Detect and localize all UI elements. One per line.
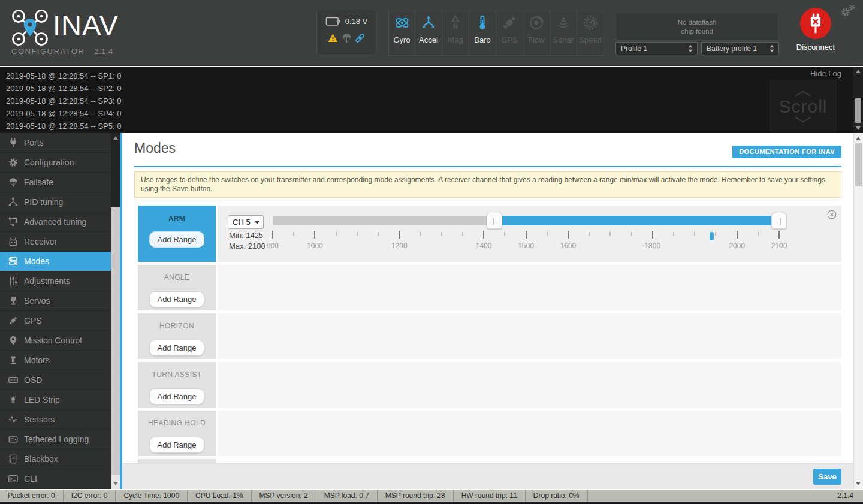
sidebar-item-led-strip[interactable]: LED Strip bbox=[0, 390, 120, 410]
plug-icon bbox=[8, 138, 18, 147]
sidebar-item-mission-control[interactable]: Mission Control bbox=[0, 331, 120, 351]
log-panel: 2019-05-18 @ 12:28:54 -- SP1: 0 2019-05-… bbox=[0, 67, 853, 133]
pid-nodes-icon bbox=[8, 197, 18, 207]
battery-icon bbox=[325, 17, 341, 26]
mode-name: ANGLE bbox=[138, 273, 216, 282]
status-version: 2.1.4 bbox=[837, 490, 853, 502]
usb-disconnect-icon bbox=[800, 8, 831, 39]
baro-icon bbox=[475, 10, 490, 35]
sidebar-item-advanced-tuning[interactable]: Advanced tuning bbox=[0, 212, 120, 232]
map-pin-icon bbox=[8, 336, 18, 345]
scroll-up-arrow[interactable] bbox=[113, 136, 118, 140]
updown-arrows-icon bbox=[687, 44, 693, 53]
status-hw-round-trip: HW round trip: 11 bbox=[454, 490, 526, 502]
toggles-icon bbox=[8, 256, 18, 266]
documentation-button[interactable]: DOCUMENTATION FOR INAV bbox=[732, 146, 841, 158]
sensor-sonar: Sonar bbox=[550, 10, 577, 56]
channel-select[interactable]: CH 5 bbox=[228, 215, 264, 229]
inav-configurator-window: INAV CONFIGURATOR2.1.4 0.18 V Gyro Accel bbox=[0, 0, 863, 504]
range-min-handle[interactable] bbox=[487, 213, 502, 229]
save-bar: Save bbox=[122, 463, 853, 489]
battery-status-panel: 0.18 V bbox=[316, 10, 376, 55]
content-scrollbar-thumb[interactable] bbox=[855, 143, 862, 186]
title-underline bbox=[134, 166, 841, 167]
sidebar-item-cli[interactable]: CLI bbox=[0, 469, 120, 489]
page-title: Modes bbox=[134, 140, 176, 156]
sidebar-item-tethered-logging[interactable]: Tethered Logging bbox=[0, 430, 120, 449]
scroll-up-arrow[interactable] bbox=[856, 137, 861, 140]
sidebar-item-modes[interactable]: Modes bbox=[0, 252, 120, 271]
sidebar-scrollbar-thumb[interactable] bbox=[111, 207, 120, 475]
sensor-flow: Flow bbox=[523, 10, 550, 56]
scroll-down-arrow[interactable] bbox=[113, 482, 118, 485]
battery-profile-select[interactable]: Battery profile 1 bbox=[701, 42, 779, 55]
settings-gears-icon[interactable] bbox=[839, 4, 857, 19]
profile-select[interactable]: Profile 1 bbox=[615, 42, 698, 55]
sidebar-item-failsafe[interactable]: Failsafe bbox=[0, 173, 120, 192]
sidebar-item-gps[interactable]: GPS bbox=[0, 311, 120, 331]
add-range-button[interactable]: Add Range bbox=[149, 388, 204, 405]
log-scrollbar-thumb[interactable] bbox=[855, 98, 861, 123]
gyro-icon bbox=[394, 10, 410, 35]
modes-tab-content: Modes DOCUMENTATION FOR INAV Use ranges … bbox=[120, 133, 853, 489]
add-range-button[interactable]: Add Range bbox=[149, 437, 204, 453]
sensor-speed: Speed bbox=[577, 10, 604, 56]
sidebar-scrollbar[interactable] bbox=[111, 133, 120, 489]
mode-row-partial bbox=[138, 459, 216, 463]
save-button[interactable]: Save bbox=[813, 469, 841, 485]
log-line: 2019-05-18 @ 12:28:54 -- SP4: 0 bbox=[6, 107, 853, 120]
sidebar-item-blackbox[interactable]: Blackbox bbox=[0, 449, 120, 469]
sidebar-item-configuration[interactable]: Configuration bbox=[0, 153, 120, 173]
status-msp-round-trip: MSP round trip: 28 bbox=[378, 490, 454, 502]
battery-voltage: 0.18 V bbox=[345, 17, 368, 26]
updown-arrows-icon bbox=[769, 44, 775, 53]
log-line: 2019-05-18 @ 12:28:54 -- SP1: 0 bbox=[6, 70, 853, 82]
scroll-down-arrow[interactable] bbox=[856, 126, 861, 130]
header: INAV CONFIGURATOR2.1.4 0.18 V Gyro Accel bbox=[0, 0, 863, 66]
sidebar-item-receiver[interactable]: Receiver bbox=[0, 232, 120, 252]
content-scrollbar[interactable] bbox=[853, 133, 863, 489]
range-max-label: Max: 2100 bbox=[229, 242, 265, 251]
slider-ticks bbox=[273, 231, 779, 240]
slider-tick-labels: 90010001200140015001600180020002100 bbox=[273, 242, 779, 251]
mode-row-heading-hold: HEADING HOLD Add Range bbox=[138, 411, 841, 456]
transmitter-icon bbox=[8, 237, 18, 246]
osd-icon bbox=[8, 375, 18, 385]
scroll-watermark: Scroll bbox=[770, 80, 837, 133]
mode-row-horizon: HORIZON Add Range bbox=[138, 313, 841, 359]
status-i2c-error: I2C error: 0 bbox=[64, 490, 116, 502]
scroll-down-arrow[interactable] bbox=[856, 482, 861, 485]
mode-row-turn-assist: TURN ASSIST Add Range bbox=[138, 362, 841, 408]
range-max-handle[interactable] bbox=[771, 213, 787, 229]
chevron-down-icon bbox=[255, 221, 259, 224]
advanced-nodes-icon bbox=[8, 217, 18, 227]
add-range-button[interactable]: Add Range bbox=[149, 291, 204, 307]
status-msp-version: MSP version: 2 bbox=[252, 490, 316, 502]
add-range-button[interactable]: Add Range bbox=[149, 340, 204, 356]
chevron-up-icon bbox=[794, 90, 812, 97]
scroll-up-arrow[interactable] bbox=[856, 70, 861, 73]
sidebar-item-servos[interactable]: Servos bbox=[0, 291, 120, 311]
warning-icon bbox=[328, 33, 338, 43]
sidebar-item-motors[interactable]: Motors bbox=[0, 351, 120, 370]
status-packet-error: Packet error: 0 bbox=[0, 490, 64, 502]
add-range-button[interactable]: Add Range bbox=[149, 231, 204, 248]
speed-icon bbox=[583, 10, 598, 35]
mode-name: HEADING HOLD bbox=[138, 419, 216, 427]
sonar-icon bbox=[556, 10, 571, 35]
sidebar-item-osd[interactable]: OSD bbox=[0, 370, 120, 390]
sidebar-item-ports[interactable]: Ports bbox=[0, 133, 120, 153]
mode-row-angle: ANGLE Add Range bbox=[138, 265, 841, 310]
mode-name: ARM bbox=[138, 215, 216, 223]
sidebar-item-adjustments[interactable]: Adjustments bbox=[0, 271, 120, 291]
log-scrollbar[interactable] bbox=[853, 67, 863, 133]
hide-log-link[interactable]: Hide Log bbox=[810, 69, 841, 78]
sidebar-item-sensors[interactable]: Sensors bbox=[0, 410, 120, 430]
channel-value-marker bbox=[710, 232, 714, 240]
disconnect-button[interactable]: Disconnect bbox=[796, 8, 835, 52]
chevron-down-icon bbox=[794, 116, 812, 123]
delete-range-icon[interactable] bbox=[827, 210, 837, 219]
sliders-icon bbox=[8, 276, 18, 286]
mode-rows: ARM Add Range CH 5 Min: 1425 Max: 2100 bbox=[138, 206, 841, 463]
sidebar-item-pid-tuning[interactable]: PID tuning bbox=[0, 192, 120, 212]
